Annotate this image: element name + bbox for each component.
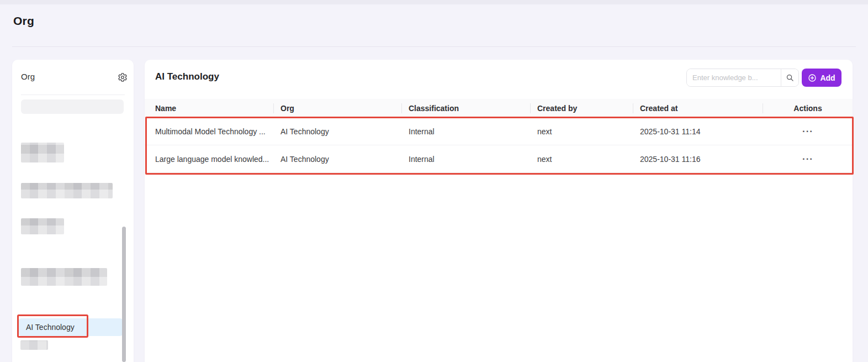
cell-org: AI Technology (274, 145, 402, 172)
table-body: Multimodal Model Technology ... AI Techn… (145, 118, 853, 173)
sidebar-item-ai-technology[interactable]: AI Technology (18, 318, 123, 336)
sidebar-item-redacted[interactable] (21, 143, 64, 162)
cell-name: Large language model knowled... (145, 145, 274, 172)
cell-actions: ··· (763, 145, 853, 172)
top-strip (0, 0, 868, 4)
panel-title: AI Technology (155, 71, 219, 82)
row-more-actions-button[interactable]: ··· (802, 127, 813, 136)
sidebar-item-redacted[interactable] (21, 99, 124, 114)
add-button[interactable]: Add (802, 69, 841, 87)
add-button-label: Add (820, 74, 835, 82)
cell-created-by: next (531, 118, 633, 145)
column-header-actions: Actions (763, 99, 853, 117)
org-tree-sidebar: Org AI Technology (12, 60, 134, 362)
cell-created-at: 2025-10-31 11:16 (633, 145, 763, 172)
column-header-created-at: Created at (633, 99, 763, 117)
knowledge-base-panel: AI Technology Add Name Org Classificatio… (145, 60, 853, 362)
table-row[interactable]: Large language model knowled... AI Techn… (145, 145, 853, 173)
column-header-classification: Classification (402, 99, 531, 117)
sidebar-item-redacted[interactable] (21, 218, 64, 234)
table-row[interactable]: Multimodal Model Technology ... AI Techn… (145, 118, 853, 145)
column-header-org: Org (274, 99, 402, 117)
search-group (686, 69, 799, 87)
plus-circle-icon (808, 74, 817, 82)
cell-created-by: next (531, 145, 633, 172)
search-button[interactable] (781, 69, 798, 86)
search-input[interactable] (687, 69, 781, 86)
cell-name: Multimodal Model Technology ... (145, 118, 274, 145)
cell-created-at: 2025-10-31 11:14 (633, 118, 763, 145)
cell-actions: ··· (763, 118, 853, 145)
row-more-actions-button[interactable]: ··· (802, 154, 813, 164)
org-settings-button[interactable] (117, 71, 129, 83)
cell-classification: Internal (402, 145, 531, 172)
column-header-name: Name (145, 99, 274, 117)
sidebar-item-label: AI Technology (26, 323, 75, 332)
sidebar-divider (21, 95, 125, 95)
cell-classification: Internal (402, 118, 531, 145)
page-title: Org (13, 14, 34, 28)
sidebar-title: Org (21, 72, 35, 81)
sidebar-item-redacted[interactable] (21, 183, 113, 198)
column-header-created-by: Created by (531, 99, 633, 117)
page-divider (12, 46, 856, 47)
sidebar-scrollbar[interactable] (122, 227, 126, 362)
sidebar-item-redacted[interactable] (21, 268, 107, 286)
cell-org: AI Technology (274, 118, 402, 145)
gear-icon (118, 72, 128, 82)
sidebar-item-redacted[interactable] (20, 340, 48, 350)
table-header: Name Org Classification Created by Creat… (145, 99, 853, 118)
search-icon (786, 74, 794, 82)
